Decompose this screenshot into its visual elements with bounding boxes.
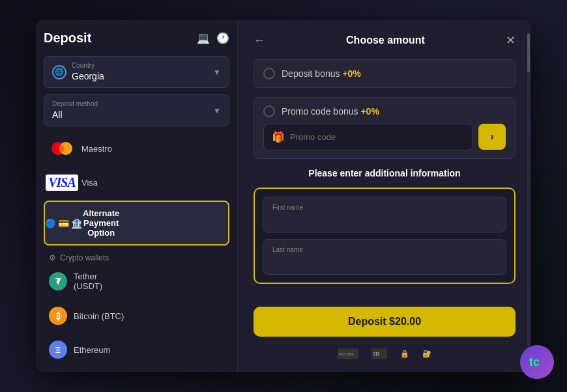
bank-alt-icon: 🏦: [71, 218, 82, 229]
promo-radio-row: Promo code bonus +0%: [263, 105, 506, 117]
crypto-gear-icon: ⚙: [49, 253, 56, 262]
country-label: Country: [72, 62, 104, 69]
globe-icon: 🌐: [52, 65, 66, 79]
gift-icon: 🎁: [272, 131, 285, 143]
country-info: Country Georgia: [72, 62, 104, 82]
tether-icon: ₮: [49, 272, 67, 290]
svg-text:PCI: PCI: [339, 352, 345, 356]
panel-header: Deposit 💻 🕐: [44, 31, 229, 46]
first-name-label: First name: [272, 204, 497, 211]
right-header: ← Choose amount ✕: [254, 33, 516, 48]
deposit-bonus-radio[interactable]: [263, 68, 275, 79]
promo-bonus-value: +0%: [360, 106, 379, 117]
country-left: 🌐 Country Georgia: [52, 62, 104, 82]
pci-dss-icon: PCI DSS: [338, 348, 358, 359]
crypto-section-header: ⚙ Crypto wallets: [44, 248, 229, 265]
computer-icon[interactable]: 💻: [197, 32, 210, 44]
method-left: Deposit method All: [52, 100, 98, 120]
close-button[interactable]: ✕: [506, 33, 516, 48]
alternate-name: AlternatePaymentOption: [83, 208, 119, 238]
payment-list: Maestro VISA Visa 🔵 💳 🏦 AlternatePayment…: [44, 133, 229, 361]
maestro-name: Maestro: [81, 144, 112, 154]
ethereum-icon: Ξ: [49, 341, 67, 359]
crypto-section-label: Crypto wallets: [60, 253, 109, 262]
tether-name: Tether(USDT): [74, 272, 102, 291]
form-fields-wrap: First name Last name: [254, 188, 516, 284]
left-panel: Deposit 💻 🕐 🌐 Country Georgia ▼ Deposit …: [36, 20, 238, 372]
visa-name: Visa: [81, 178, 98, 188]
deposit-button[interactable]: Deposit $20.00: [254, 307, 516, 337]
ethereum-name: Ethereum: [74, 345, 110, 355]
method-value: All: [52, 109, 63, 120]
promo-input-row: 🎁 ›: [263, 124, 506, 150]
visa-icon: VISA: [49, 173, 75, 191]
method-label: Deposit method: [52, 100, 98, 107]
bitcoin-item[interactable]: ₿ Bitcoin (BTC): [44, 300, 229, 331]
additional-info-title: Please enter additional information: [254, 168, 516, 178]
mastercard-icon: [49, 139, 75, 158]
svg-text:tc: tc: [529, 356, 540, 369]
visa-payment-item[interactable]: VISA Visa: [44, 167, 229, 198]
svg-text:DSS: DSS: [347, 352, 354, 356]
deposit-title: Deposit: [44, 31, 91, 46]
last-name-label: Last name: [272, 246, 497, 253]
3d-secure-icon: 3D: [371, 348, 387, 359]
country-dropdown[interactable]: 🌐 Country Georgia ▼: [44, 56, 229, 88]
promo-section: Promo code bonus +0% 🎁 ›: [254, 97, 516, 159]
right-panel: ← Choose amount ✕ Deposit bonus +0% Prom…: [238, 20, 531, 372]
promo-input-wrap: 🎁: [263, 124, 473, 150]
alternate-payment-item[interactable]: 🔵 💳 🏦 AlternatePaymentOption: [44, 201, 229, 245]
deposit-bonus-row[interactable]: Deposit bonus +0%: [254, 59, 516, 88]
security-icon: 🔒: [400, 350, 409, 358]
scrollbar-thumb[interactable]: [527, 33, 530, 72]
method-info: Deposit method All: [52, 100, 98, 120]
first-name-input[interactable]: [272, 215, 497, 225]
maestro-payment-item[interactable]: Maestro: [44, 133, 229, 164]
method-arrow: ▼: [213, 106, 221, 115]
crypto-alt-icon: 🔵: [45, 218, 56, 229]
svg-text:3D: 3D: [373, 351, 379, 357]
deposit-method-dropdown[interactable]: Deposit method All ▼: [44, 94, 229, 126]
card-alt-icon: 💳: [58, 218, 69, 229]
bitcoin-name: Bitcoin (BTC): [74, 311, 124, 321]
choose-amount-title: Choose amount: [346, 35, 425, 46]
clock-icon[interactable]: 🕐: [216, 32, 229, 44]
promo-bonus-label: Promo code bonus +0%: [282, 106, 379, 117]
promo-radio[interactable]: [263, 105, 275, 117]
modal-container: Deposit 💻 🕐 🌐 Country Georgia ▼ Deposit …: [36, 20, 531, 372]
tc-badge[interactable]: tc: [520, 345, 554, 379]
tether-item[interactable]: ₮ Tether(USDT): [44, 265, 229, 298]
bitcoin-icon: ₿: [49, 307, 67, 325]
header-icons: 💻 🕐: [197, 32, 229, 44]
footer-icons: PCI DSS 3D 🔒 🔐: [254, 346, 516, 359]
promo-submit-button[interactable]: ›: [478, 124, 506, 150]
deposit-bonus-value: +0%: [342, 68, 360, 79]
country-value: Georgia: [72, 71, 104, 81]
last-name-field: Last name: [263, 239, 506, 275]
country-arrow: ▼: [213, 68, 221, 77]
promo-input[interactable]: [290, 132, 465, 142]
lock-icon: 🔐: [422, 350, 431, 358]
scrollbar-track: [527, 33, 530, 359]
deposit-bonus-label: Deposit bonus +0%: [282, 68, 361, 79]
back-button[interactable]: ←: [254, 34, 265, 48]
last-name-input[interactable]: [272, 257, 497, 267]
ethereum-item[interactable]: Ξ Ethereum: [44, 334, 229, 361]
alternate-icon: 🔵 💳 🏦: [50, 214, 76, 232]
first-name-field: First name: [263, 197, 506, 232]
